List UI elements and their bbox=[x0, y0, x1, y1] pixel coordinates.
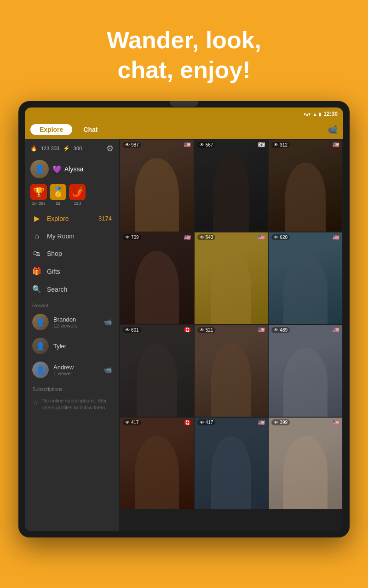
video-call-icon[interactable]: 📹 bbox=[328, 124, 338, 135]
top-nav: Explore Chat 📹 bbox=[25, 120, 343, 139]
badge-pepper: 🌶️ 12d bbox=[69, 184, 86, 206]
menu-item-shop[interactable]: 🛍 Shop bbox=[25, 245, 119, 262]
cell-10-flag: 🇨🇦 bbox=[184, 419, 191, 426]
menu-item-search[interactable]: 🔍 Search bbox=[25, 280, 119, 298]
cell-10-views: 👁 417 bbox=[123, 419, 141, 425]
tyler-info: Tyler bbox=[53, 343, 112, 350]
cell-4-flag: 🇺🇸 bbox=[184, 234, 191, 241]
grid-cell-10[interactable]: 👁 417 🇨🇦 bbox=[120, 418, 194, 509]
grid-cell-11[interactable]: 👁 417 🇺🇸 bbox=[195, 418, 268, 509]
vip-icon: 🏆 bbox=[30, 184, 47, 200]
photo-grid: 👁 987 🇺🇸 👁 567 🇰🇷 bbox=[119, 139, 343, 510]
grid-cell-1[interactable]: 👁 987 🇺🇸 bbox=[120, 140, 194, 232]
cell-1-views: 👁 987 bbox=[123, 142, 141, 148]
pepper-icon: 🌶️ bbox=[69, 184, 86, 200]
tab-chat[interactable]: Chat bbox=[74, 124, 107, 135]
cell-3-flag: 🇺🇸 bbox=[333, 141, 339, 148]
tab-explore[interactable]: Explore bbox=[30, 124, 72, 135]
cell-2-flag: 🇰🇷 bbox=[258, 141, 265, 148]
andrew-cam-icon: 📹 bbox=[104, 366, 112, 373]
badge-gold: 🥇 2d bbox=[50, 184, 66, 206]
tyler-name: Tyler bbox=[53, 343, 112, 350]
settings-button[interactable]: ⚙ bbox=[106, 143, 114, 153]
subscriptions-empty: ☆ No online subscriptions. Star users pr… bbox=[25, 394, 119, 415]
gifts-icon: 🎁 bbox=[32, 267, 41, 276]
lightning-value: 300 bbox=[74, 146, 82, 151]
grid-cell-5[interactable]: 👁 543 🇺🇸 bbox=[195, 232, 268, 324]
andrew-viewers: 1 viewer bbox=[53, 371, 99, 376]
recent-user-andrew[interactable]: 👤 Andrew 1 viewer 📹 bbox=[25, 358, 119, 382]
username: Alyssa bbox=[64, 165, 83, 173]
andrew-avatar: 👤 bbox=[32, 362, 49, 378]
gifts-label: Gifts bbox=[47, 268, 60, 275]
star-icon: ☆ bbox=[32, 398, 39, 407]
recent-user-tyler[interactable]: 👤 Tyler bbox=[25, 334, 119, 358]
cell-9-views: 👁 489 bbox=[271, 327, 290, 333]
cell-6-views: 👁 620 bbox=[271, 234, 290, 240]
signal-icon: ▾▴▾ bbox=[304, 112, 310, 117]
hero-section: Wander, look, chat, enjoy! bbox=[98, 0, 270, 101]
sidebar-menu: ▶ Explore 3174 ⌂ My Room 🛍 Shop 🎁 Gi bbox=[25, 209, 119, 298]
coins-value: 123 300 bbox=[41, 146, 59, 151]
main-content: 🔥 123 300 ⚡ 300 ⚙ 👤 💜 Alyssa bbox=[25, 139, 343, 531]
cell-12-flag: 🇺🇸 bbox=[333, 419, 339, 426]
status-time: 12:30 bbox=[323, 111, 338, 117]
explore-label: Explore bbox=[47, 215, 69, 222]
grid-cell-8[interactable]: 👁 521 🇺🇸 bbox=[195, 325, 268, 417]
sidebar-header: 🔥 123 300 ⚡ 300 ⚙ bbox=[25, 139, 119, 158]
shop-icon: 🛍 bbox=[32, 249, 41, 258]
my-room-label: My Room bbox=[47, 232, 75, 240]
user-profile[interactable]: 👤 💜 Alyssa bbox=[25, 158, 119, 182]
cell-5-flag: 🇺🇸 bbox=[258, 234, 265, 241]
menu-item-gifts[interactable]: 🎁 Gifts bbox=[25, 262, 119, 280]
cell-9-flag: 🇺🇸 bbox=[333, 327, 339, 333]
menu-item-my-room[interactable]: ⌂ My Room bbox=[25, 227, 119, 245]
badge-vip-label: 1m 26s bbox=[32, 201, 46, 206]
heart-icon: 💜 bbox=[52, 165, 62, 174]
my-room-icon: ⌂ bbox=[32, 232, 41, 240]
fire-icon: 🔥 bbox=[30, 145, 37, 152]
badges-row: 🏆 1m 26s 🥇 2d 🌶️ 12d bbox=[25, 182, 119, 208]
sidebar-stats: 🔥 123 300 ⚡ 300 bbox=[30, 145, 82, 152]
cell-5-views: 👁 543 bbox=[197, 234, 216, 240]
user-name-row: 💜 Alyssa bbox=[52, 165, 83, 174]
avatar: 👤 bbox=[30, 160, 49, 178]
hero-line1: Wander, look, bbox=[107, 27, 261, 53]
recent-user-brandon[interactable]: 👤 Brandon 12 viewers 📹 bbox=[25, 310, 119, 334]
subscriptions-title: Subscriptions bbox=[25, 382, 119, 394]
wifi-icon: ▲ bbox=[312, 112, 317, 117]
andrew-info: Andrew 1 viewer bbox=[53, 364, 99, 376]
badge-gold-label: 2d bbox=[56, 201, 60, 206]
grid-cell-12[interactable]: 👁 399 🇺🇸 bbox=[269, 418, 342, 509]
lightning-icon: ⚡ bbox=[63, 145, 70, 152]
grid-cell-6[interactable]: 👁 620 🇺🇸 bbox=[269, 232, 342, 324]
badge-pepper-label: 12d bbox=[74, 201, 80, 206]
cell-7-flag: 🇨🇦 bbox=[184, 327, 191, 333]
tablet-notch bbox=[170, 101, 198, 107]
tablet-screen: ▾▴▾ ▲ ▮ 12:30 Explore Chat 📹 🔥 bbox=[25, 107, 343, 531]
grid-area: 👁 987 🇺🇸 👁 567 🇰🇷 bbox=[119, 139, 343, 531]
grid-cell-3[interactable]: 👁 312 🇺🇸 bbox=[269, 140, 342, 232]
brandon-viewers: 12 viewers bbox=[53, 323, 99, 328]
tyler-avatar: 👤 bbox=[32, 338, 49, 354]
grid-cell-9[interactable]: 👁 489 🇺🇸 bbox=[269, 325, 342, 417]
menu-item-explore[interactable]: ▶ Explore 3174 bbox=[25, 209, 119, 227]
gold-icon: 🥇 bbox=[50, 184, 66, 200]
recent-section-title: Recent bbox=[25, 298, 119, 310]
shop-label: Shop bbox=[47, 250, 62, 257]
cell-1-flag: 🇺🇸 bbox=[184, 141, 191, 148]
hero-title: Wander, look, chat, enjoy! bbox=[107, 25, 261, 85]
cell-11-flag: 🇺🇸 bbox=[258, 419, 265, 426]
cell-12-views: 👁 399 bbox=[271, 419, 290, 425]
grid-cell-4[interactable]: 👁 709 🇺🇸 bbox=[120, 232, 194, 324]
andrew-name: Andrew bbox=[53, 364, 99, 371]
grid-cell-7[interactable]: 👁 601 🇨🇦 bbox=[120, 325, 194, 417]
grid-cell-2[interactable]: 👁 567 🇰🇷 bbox=[195, 140, 268, 232]
hero-line2: chat, enjoy! bbox=[118, 57, 251, 83]
cell-2-views: 👁 567 bbox=[197, 142, 216, 148]
cell-4-views: 👁 709 bbox=[123, 234, 141, 240]
search-label: Search bbox=[47, 286, 67, 293]
search-icon: 🔍 bbox=[32, 285, 41, 294]
brandon-info: Brandon 12 viewers bbox=[53, 316, 99, 328]
cell-8-views: 👁 521 bbox=[197, 327, 216, 333]
